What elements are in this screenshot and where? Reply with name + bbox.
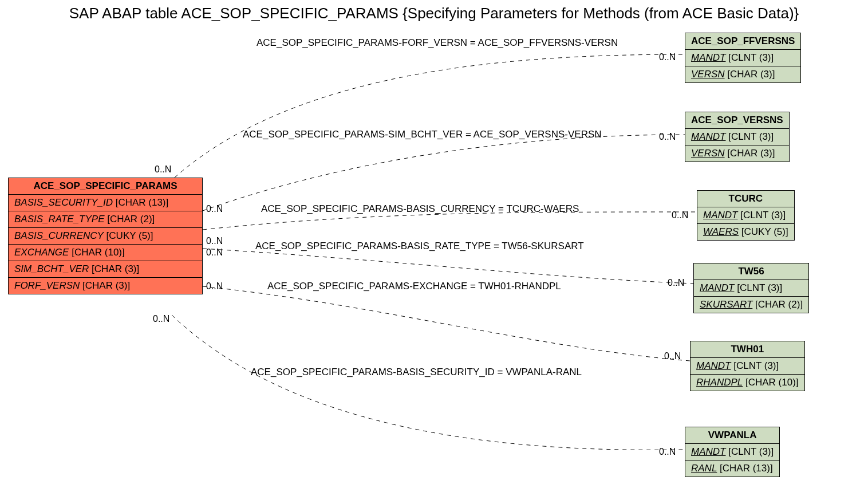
- cardinality-label: 0..N: [668, 278, 684, 288]
- table-row: BASIS_CURRENCY [CUKY (5)]: [9, 228, 202, 245]
- cardinality-label: 0..N: [206, 204, 223, 214]
- main-table: ACE_SOP_SPECIFIC_PARAMS BASIS_SECURITY_I…: [8, 178, 203, 294]
- relation-label: ACE_SOP_SPECIFIC_PARAMS-BASIS_RATE_TYPE …: [255, 241, 584, 252]
- cardinality-label: 0..N: [659, 52, 676, 62]
- cardinality-label: 0..N: [206, 236, 223, 246]
- ref-table-header: TW56: [694, 263, 808, 280]
- relation-label: ACE_SOP_SPECIFIC_PARAMS-BASIS_SECURITY_I…: [251, 367, 582, 378]
- table-row: MANDT [CLNT (3)]: [685, 444, 779, 460]
- diagram-title: SAP ABAP table ACE_SOP_SPECIFIC_PARAMS {…: [0, 5, 868, 22]
- ref-table-versns: ACE_SOP_VERSNS MANDT [CLNT (3)] VERSN [C…: [685, 112, 790, 162]
- ref-table-header: TWH01: [691, 341, 804, 358]
- table-row: SKURSART [CHAR (2)]: [694, 297, 808, 313]
- ref-table-tcurc: TCURC MANDT [CLNT (3)] WAERS [CUKY (5)]: [697, 190, 795, 241]
- table-row: BASIS_SECURITY_ID [CHAR (13)]: [9, 195, 202, 211]
- table-row: MANDT [CLNT (3)]: [694, 280, 808, 297]
- ref-table-vwpanla: VWPANLA MANDT [CLNT (3)] RANL [CHAR (13)…: [685, 427, 780, 477]
- relation-label: ACE_SOP_SPECIFIC_PARAMS-BASIS_CURRENCY =…: [261, 203, 579, 215]
- cardinality-label: 0..N: [206, 247, 223, 258]
- ref-table-tw56: TW56 MANDT [CLNT (3)] SKURSART [CHAR (2)…: [693, 263, 809, 313]
- cardinality-label: 0..N: [672, 210, 688, 221]
- table-row: BASIS_RATE_TYPE [CHAR (2)]: [9, 211, 202, 228]
- cardinality-label: 0..N: [659, 132, 676, 142]
- cardinality-label: 0..N: [206, 281, 223, 292]
- table-row: RANL [CHAR (13)]: [685, 460, 779, 477]
- table-row: EXCHANGE [CHAR (10)]: [9, 245, 202, 261]
- table-row: MANDT [CLNT (3)]: [685, 129, 789, 145]
- ref-table-header: ACE_SOP_VERSNS: [685, 112, 789, 129]
- table-row: VERSN [CHAR (3)]: [685, 66, 800, 82]
- relation-label: ACE_SOP_SPECIFIC_PARAMS-EXCHANGE = TWH01…: [267, 281, 561, 292]
- table-row: MANDT [CLNT (3)]: [697, 207, 794, 224]
- main-table-header: ACE_SOP_SPECIFIC_PARAMS: [9, 178, 202, 195]
- table-row: VERSN [CHAR (3)]: [685, 145, 789, 162]
- cardinality-label: 0..N: [155, 164, 171, 175]
- ref-table-ffversns: ACE_SOP_FFVERSNS MANDT [CLNT (3)] VERSN …: [685, 33, 801, 83]
- cardinality-label: 0..N: [153, 314, 169, 324]
- ref-table-header: TCURC: [697, 191, 794, 207]
- table-row: RHANDPL [CHAR (10)]: [691, 375, 804, 391]
- ref-table-header: VWPANLA: [685, 427, 779, 444]
- cardinality-label: 0..N: [659, 447, 676, 457]
- table-row: SIM_BCHT_VER [CHAR (3)]: [9, 261, 202, 278]
- table-row: FORF_VERSN [CHAR (3)]: [9, 278, 202, 294]
- relation-label: ACE_SOP_SPECIFIC_PARAMS-FORF_VERSN = ACE…: [257, 37, 618, 49]
- relation-label: ACE_SOP_SPECIFIC_PARAMS-SIM_BCHT_VER = A…: [243, 129, 602, 140]
- ref-table-header: ACE_SOP_FFVERSNS: [685, 33, 800, 50]
- table-row: WAERS [CUKY (5)]: [697, 224, 794, 240]
- ref-table-twh01: TWH01 MANDT [CLNT (3)] RHANDPL [CHAR (10…: [690, 341, 805, 391]
- table-row: MANDT [CLNT (3)]: [691, 358, 804, 375]
- table-row: MANDT [CLNT (3)]: [685, 50, 800, 66]
- cardinality-label: 0..N: [664, 351, 681, 361]
